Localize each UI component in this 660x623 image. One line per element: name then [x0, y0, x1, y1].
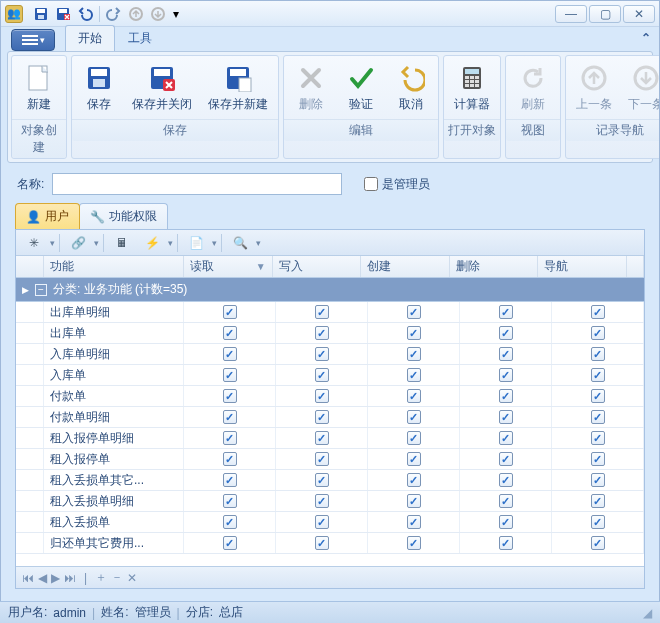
checkbox-create[interactable]: ✓ — [407, 536, 421, 550]
checkbox-nav[interactable]: ✓ — [591, 389, 605, 403]
filter-icon[interactable]: ▼ — [256, 261, 266, 272]
col-create[interactable]: 创建 — [361, 256, 450, 277]
checkbox-read[interactable]: ✓ — [223, 494, 237, 508]
checkbox-nav[interactable]: ✓ — [591, 515, 605, 529]
resize-grip-icon[interactable]: ◢ — [643, 606, 652, 620]
ribbon-collapse-icon[interactable]: ⌃ — [641, 31, 651, 45]
save-new-button[interactable]: 保存并新建 — [201, 59, 275, 116]
table-row[interactable]: 出库单明细✓✓✓✓✓ — [16, 302, 644, 323]
checkbox-delete[interactable]: ✓ — [499, 305, 513, 319]
checkbox-create[interactable]: ✓ — [407, 473, 421, 487]
checkbox-nav[interactable]: ✓ — [591, 305, 605, 319]
checkbox-write[interactable]: ✓ — [315, 473, 329, 487]
qat-prev-icon[interactable] — [126, 4, 146, 24]
tb-new-icon[interactable]: ✳ — [20, 233, 48, 253]
tb-action-icon[interactable]: ⚡ — [138, 233, 166, 253]
qat-next-icon[interactable] — [148, 4, 168, 24]
checkbox-nav[interactable]: ✓ — [591, 536, 605, 550]
grid-body[interactable]: ▶ − 分类: 业务功能 (计数=35) 出库单明细✓✓✓✓✓出库单✓✓✓✓✓入… — [16, 278, 644, 566]
checkbox-read[interactable]: ✓ — [223, 536, 237, 550]
table-row[interactable]: 付款单明细✓✓✓✓✓ — [16, 407, 644, 428]
tab-tools[interactable]: 工具 — [115, 25, 165, 51]
col-delete[interactable]: 删除 — [450, 256, 539, 277]
calculator-button[interactable]: 计算器 — [447, 59, 497, 116]
next-record-button[interactable]: 下一条 — [621, 59, 660, 116]
tab-start[interactable]: 开始 — [65, 25, 115, 51]
validate-button[interactable]: 验证 — [337, 59, 385, 116]
checkbox-nav[interactable]: ✓ — [591, 452, 605, 466]
checkbox-create[interactable]: ✓ — [407, 494, 421, 508]
checkbox-write[interactable]: ✓ — [315, 368, 329, 382]
new-button[interactable]: 新建 — [15, 59, 63, 116]
qat-saveclose-icon[interactable] — [53, 4, 73, 24]
checkbox-write[interactable]: ✓ — [315, 326, 329, 340]
tb-export-icon[interactable]: 📄 — [182, 233, 210, 253]
qat-dropdown-icon[interactable]: ▾ — [170, 4, 182, 24]
checkbox-delete[interactable]: ✓ — [499, 431, 513, 445]
app-menu-button[interactable]: ▾ — [11, 29, 55, 51]
checkbox-create[interactable]: ✓ — [407, 389, 421, 403]
table-row[interactable]: 归还单其它费用...✓✓✓✓✓ — [16, 533, 644, 554]
checkbox-read[interactable]: ✓ — [223, 452, 237, 466]
checkbox-nav[interactable]: ✓ — [591, 347, 605, 361]
checkbox-read[interactable]: ✓ — [223, 326, 237, 340]
close-window-button[interactable]: ✕ — [623, 5, 655, 23]
checkbox-read[interactable]: ✓ — [223, 368, 237, 382]
col-nav[interactable]: 导航 — [538, 256, 627, 277]
nav-add-icon[interactable]: ＋ — [95, 569, 107, 586]
checkbox-create[interactable]: ✓ — [407, 368, 421, 382]
collapse-group-icon[interactable]: − — [35, 284, 47, 296]
checkbox-create[interactable]: ✓ — [407, 305, 421, 319]
nav-sub-icon[interactable]: － — [111, 569, 123, 586]
checkbox-read[interactable]: ✓ — [223, 305, 237, 319]
save-close-button[interactable]: 保存并关闭 — [125, 59, 199, 116]
table-row[interactable]: 租入丢损单明细✓✓✓✓✓ — [16, 491, 644, 512]
checkbox-delete[interactable]: ✓ — [499, 473, 513, 487]
nav-del-icon[interactable]: ✕ — [127, 571, 137, 585]
table-row[interactable]: 出库单✓✓✓✓✓ — [16, 323, 644, 344]
col-write[interactable]: 写入 — [273, 256, 362, 277]
checkbox-nav[interactable]: ✓ — [591, 410, 605, 424]
checkbox-nav[interactable]: ✓ — [591, 326, 605, 340]
table-row[interactable]: 租入丢损单✓✓✓✓✓ — [16, 512, 644, 533]
cancel-button[interactable]: 取消 — [387, 59, 435, 116]
checkbox-create[interactable]: ✓ — [407, 452, 421, 466]
tb-link-icon[interactable]: 🔗 — [64, 233, 92, 253]
table-row[interactable]: 付款单✓✓✓✓✓ — [16, 386, 644, 407]
checkbox-read[interactable]: ✓ — [223, 431, 237, 445]
nav-prev-icon[interactable]: ◀ — [38, 571, 47, 585]
group-row[interactable]: ▶ − 分类: 业务功能 (计数=35) — [16, 278, 644, 302]
checkbox-read[interactable]: ✓ — [223, 410, 237, 424]
tb-calc-icon[interactable]: 🖩 — [108, 233, 136, 253]
prev-record-button[interactable]: 上一条 — [569, 59, 619, 116]
save-button[interactable]: 保存 — [75, 59, 123, 116]
checkbox-nav[interactable]: ✓ — [591, 473, 605, 487]
table-row[interactable]: 入库单明细✓✓✓✓✓ — [16, 344, 644, 365]
checkbox-write[interactable]: ✓ — [315, 452, 329, 466]
maximize-button[interactable]: ▢ — [589, 5, 621, 23]
checkbox-read[interactable]: ✓ — [223, 389, 237, 403]
table-row[interactable]: 租入丢损单其它...✓✓✓✓✓ — [16, 470, 644, 491]
subtab-permissions[interactable]: 🔧功能权限 — [79, 203, 168, 229]
checkbox-create[interactable]: ✓ — [407, 431, 421, 445]
delete-button[interactable]: 删除 — [287, 59, 335, 116]
checkbox-delete[interactable]: ✓ — [499, 326, 513, 340]
checkbox-write[interactable]: ✓ — [315, 347, 329, 361]
checkbox-delete[interactable]: ✓ — [499, 494, 513, 508]
checkbox-delete[interactable]: ✓ — [499, 452, 513, 466]
checkbox-write[interactable]: ✓ — [315, 389, 329, 403]
checkbox-create[interactable]: ✓ — [407, 347, 421, 361]
checkbox-nav[interactable]: ✓ — [591, 368, 605, 382]
checkbox-write[interactable]: ✓ — [315, 431, 329, 445]
nav-last-icon[interactable]: ⏭ — [64, 571, 76, 585]
checkbox-nav[interactable]: ✓ — [591, 431, 605, 445]
refresh-button[interactable]: 刷新 — [509, 59, 557, 116]
checkbox-write[interactable]: ✓ — [315, 494, 329, 508]
qat-save-icon[interactable] — [31, 4, 51, 24]
table-row[interactable]: 入库单✓✓✓✓✓ — [16, 365, 644, 386]
table-row[interactable]: 租入报停单✓✓✓✓✓ — [16, 449, 644, 470]
table-row[interactable]: 租入报停单明细✓✓✓✓✓ — [16, 428, 644, 449]
checkbox-nav[interactable]: ✓ — [591, 494, 605, 508]
checkbox-write[interactable]: ✓ — [315, 305, 329, 319]
checkbox-read[interactable]: ✓ — [223, 347, 237, 361]
